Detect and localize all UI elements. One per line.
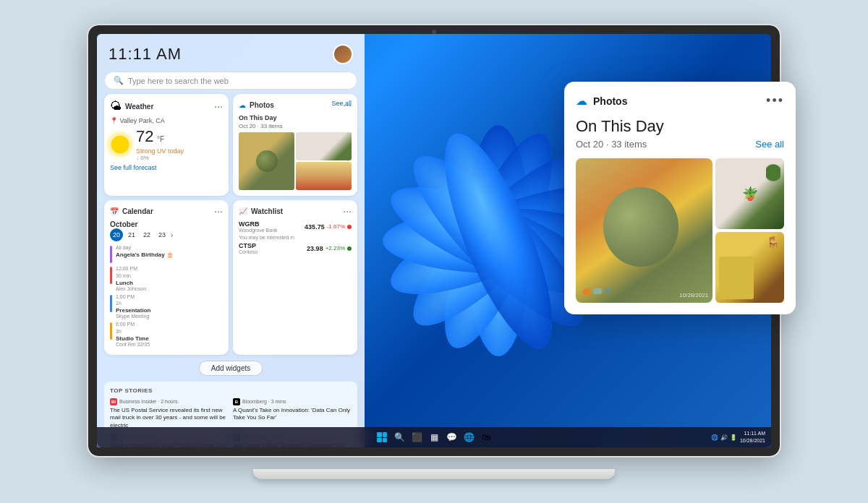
cal-next-arrow[interactable]: › bbox=[171, 231, 173, 239]
popup-title-row: ☁ Photos bbox=[576, 94, 627, 108]
popup-main-photo[interactable]: 10/28/2021 bbox=[576, 158, 712, 303]
cup-shape bbox=[605, 288, 610, 293]
stock-change-wgrb: -1.67% bbox=[327, 223, 345, 230]
weather-temp: 72 bbox=[136, 127, 153, 145]
stock-price-ctsp: 23.98 bbox=[307, 245, 323, 252]
calendar-month-header: October bbox=[110, 220, 223, 228]
photos-widget-title: Photos bbox=[250, 101, 274, 109]
cal-day-21[interactable]: 21 bbox=[125, 228, 138, 241]
stock-price-block-ctsp: 23.98 +2.23% bbox=[307, 245, 352, 252]
chair-emoji: 🪑 bbox=[766, 236, 780, 249]
camera-dot bbox=[432, 30, 436, 34]
weather-uv: Strong UV today bbox=[136, 147, 184, 155]
popup-cushion-photo[interactable]: 🪑 bbox=[715, 232, 784, 303]
taskbar-edge-button[interactable]: 🌐 bbox=[461, 430, 476, 444]
stock-info-ctsp: CTSP Contoso bbox=[239, 242, 258, 254]
popup-meta-text: Oct 20 · 33 items bbox=[576, 139, 647, 150]
cal-event-sub-presentation: Skype Meeting bbox=[116, 314, 150, 319]
taskbar: 🔍 ⬛ ▦ 💬 🌐 bbox=[97, 427, 771, 447]
orange-shape bbox=[583, 288, 590, 296]
cal-event-sub-studio: Conf Rm 32/35 bbox=[116, 342, 150, 347]
news-header: TOP STORIES bbox=[110, 387, 352, 394]
taskbar-time-display: 11:11 AM bbox=[740, 430, 765, 437]
taskbar-chat-icon: 💬 bbox=[446, 432, 457, 442]
news-source-icon-1: BI bbox=[110, 398, 117, 405]
calendar-title: Calendar bbox=[122, 207, 153, 215]
stock-info-wgrb: WGRB Woodgrove Bank bbox=[239, 220, 278, 233]
photo-thumb-top-right bbox=[296, 132, 352, 160]
photos-see-all-link[interactable]: See all bbox=[331, 100, 352, 107]
laptop: 11:11 AM 🔍 Type here to search the web bbox=[87, 24, 781, 479]
sphere-shape bbox=[256, 150, 278, 172]
weather-menu-button[interactable]: ··· bbox=[214, 101, 223, 111]
cal-day-23[interactable]: 23 bbox=[156, 228, 169, 241]
taskbar-store-icon: 🛍 bbox=[482, 432, 490, 442]
cal-event-title-lunch: Lunch bbox=[116, 280, 146, 286]
add-widgets-button[interactable]: Add widgets bbox=[199, 361, 263, 376]
battery-icon: 🔋 bbox=[730, 434, 737, 441]
popup-cushion-shape bbox=[719, 257, 753, 299]
watchlist-widget: 📈 Watchlist ··· WGRB Woodgrove Bank bbox=[233, 200, 357, 355]
stock-ticker-ctsp: CTSP bbox=[239, 242, 258, 249]
cal-event-presentation: 1:00 PM1h Presentation Skype Meeting bbox=[110, 293, 223, 319]
popup-header: ☁ Photos ••• bbox=[576, 93, 784, 108]
cal-event-content-birthday: All day Angela's Birthday 🎂 bbox=[116, 244, 174, 258]
cal-event-bar-studio bbox=[110, 322, 112, 340]
photo-plant-bg bbox=[296, 132, 352, 160]
news-title-2: A Quant's Take on Innovation: 'Data Can … bbox=[233, 407, 352, 422]
avatar[interactable] bbox=[333, 44, 353, 64]
popup-plant-shape bbox=[766, 162, 780, 184]
cal-event-bar-presentation bbox=[110, 295, 112, 312]
weather-widget-header: 🌤 Weather ··· bbox=[110, 100, 223, 113]
weather-temp-row: 72 °F Strong UV today ↓ 0% bbox=[110, 127, 223, 161]
popup-sphere-shape bbox=[603, 187, 678, 267]
cal-event-title-studio: Studio Time bbox=[116, 335, 150, 342]
popup-menu-button[interactable]: ••• bbox=[766, 93, 784, 108]
cal-day-20[interactable]: 20 bbox=[110, 228, 123, 241]
stock-price-wgrb: 435.75 bbox=[305, 223, 325, 231]
taskbar-search-button[interactable]: 🔍 bbox=[392, 430, 407, 444]
cal-event-content-lunch: 12:00 PM30 min Lunch Alex Johnson bbox=[116, 265, 146, 291]
cal-event-studio: 6:00 PM3h Studio Time Conf Rm 32/35 bbox=[110, 321, 223, 347]
taskbar-chat-button[interactable]: 💬 bbox=[444, 430, 459, 444]
photos-subtitle: Oct 20 · 33 items bbox=[239, 123, 352, 129]
news-item-2[interactable]: B Bloomberg · 3 mins A Quant's Take on I… bbox=[233, 398, 352, 429]
stock-change-ctsp: +2.23% bbox=[326, 245, 345, 252]
watchlist-widget-header: 📈 Watchlist ··· bbox=[239, 206, 352, 216]
taskbar-center-icons: 🔍 ⬛ ▦ 💬 🌐 bbox=[375, 430, 493, 444]
popup-main-photo-date: 10/28/2021 bbox=[679, 292, 708, 298]
cal-event-time-presentation: 1:00 PM1h bbox=[116, 293, 150, 308]
watchlist-title: Watchlist bbox=[251, 207, 283, 215]
photos-cloud-icon: ☁ bbox=[239, 101, 246, 109]
taskbar-windows-button[interactable] bbox=[375, 430, 389, 444]
weather-wind: ↓ 0% bbox=[136, 155, 184, 161]
watchlist-icon: 📈 bbox=[239, 207, 247, 215]
taskbar-clock[interactable]: 11:11 AM 10/28/2021 bbox=[740, 430, 765, 444]
plant-emoji: 🪴 bbox=[742, 186, 758, 202]
stock-row-wgrb: WGRB Woodgrove Bank 435.75 -1.67% bbox=[239, 220, 352, 233]
stock-name-ctsp: Contoso bbox=[239, 249, 258, 254]
search-bar[interactable]: 🔍 Type here to search the web bbox=[104, 72, 357, 90]
taskbar-store-button[interactable]: 🛍 bbox=[479, 430, 493, 444]
cal-event-bar-birthday bbox=[110, 246, 112, 263]
cal-event-time-studio: 6:00 PM3h bbox=[116, 321, 150, 335]
news-source-icon-2: B bbox=[233, 398, 240, 405]
weather-forecast-link[interactable]: See full forecast bbox=[110, 164, 223, 171]
popup-see-all-link[interactable]: See all bbox=[755, 139, 784, 150]
news-item-1[interactable]: BI Business Insider · 2 hours The US Pos… bbox=[110, 398, 229, 429]
weather-location: 📍 Valley Park, CA bbox=[110, 117, 223, 124]
popup-plant-photo[interactable]: 🪴 bbox=[715, 158, 784, 229]
photo-sphere-bg bbox=[239, 132, 294, 190]
cal-day-22[interactable]: 22 bbox=[140, 228, 153, 241]
weather-unit: °F bbox=[157, 135, 164, 143]
network-icon: 🌐 bbox=[711, 434, 718, 441]
watchlist-menu-button[interactable]: ··· bbox=[343, 206, 352, 216]
photo-thumb-bottom-right bbox=[296, 162, 352, 190]
taskbar-task-view-button[interactable]: ⬛ bbox=[409, 430, 424, 444]
calendar-month: October bbox=[110, 220, 137, 228]
sun-icon bbox=[110, 134, 130, 155]
popup-meta-row: Oct 20 · 33 items See all bbox=[576, 139, 784, 150]
widget-grid: 🌤 Weather ··· 📍 Valley Park, CA bbox=[104, 94, 357, 355]
calendar-menu-button[interactable]: ··· bbox=[214, 206, 223, 216]
taskbar-widgets-button[interactable]: ▦ bbox=[427, 430, 441, 444]
